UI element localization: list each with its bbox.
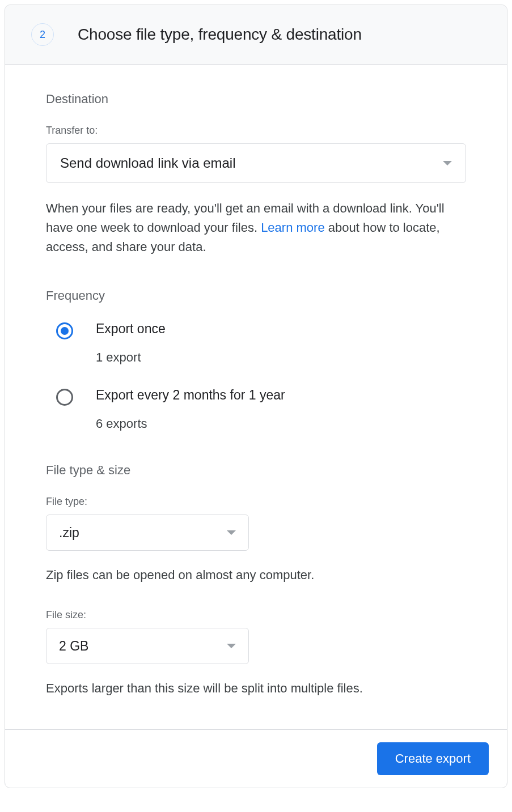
- card-title: Choose file type, frequency & destinatio…: [78, 25, 362, 44]
- radio-text-group: Export every 2 months for 1 year 6 expor…: [96, 388, 285, 431]
- caret-down-icon: [227, 644, 236, 648]
- radio-icon: [56, 389, 73, 406]
- card-header: 2 Choose file type, frequency & destinat…: [5, 5, 507, 65]
- radio-subtitle: 6 exports: [96, 416, 285, 431]
- file-size-select[interactable]: 2 GB: [46, 628, 249, 664]
- step-number-badge: 2: [31, 23, 54, 46]
- radio-text-group: Export once 1 export: [96, 321, 166, 365]
- destination-heading: Destination: [46, 92, 466, 107]
- card-footer: Create export: [5, 729, 507, 788]
- radio-dot-icon: [61, 327, 69, 335]
- frequency-option-export-once[interactable]: Export once 1 export: [46, 321, 466, 365]
- file-type-helper: Zip files can be opened on almost any co…: [46, 566, 466, 584]
- radio-icon: [56, 322, 73, 339]
- transfer-to-select[interactable]: Send download link via email: [46, 143, 466, 183]
- transfer-to-label: Transfer to:: [46, 125, 466, 137]
- file-size-helper: Exports larger than this size will be sp…: [46, 679, 466, 698]
- file-type-select[interactable]: .zip: [46, 515, 249, 551]
- step-card: 2 Choose file type, frequency & destinat…: [5, 5, 507, 788]
- frequency-option-export-scheduled[interactable]: Export every 2 months for 1 year 6 expor…: [46, 388, 466, 431]
- file-type-value: .zip: [59, 525, 79, 541]
- create-export-button[interactable]: Create export: [377, 742, 489, 775]
- file-type-label: File type:: [46, 496, 466, 508]
- learn-more-link[interactable]: Learn more: [261, 220, 325, 235]
- step-number: 2: [40, 29, 45, 41]
- frequency-heading: Frequency: [46, 288, 466, 303]
- frequency-section: Frequency Export once 1 export Export ev…: [46, 288, 466, 431]
- caret-down-icon: [227, 530, 236, 535]
- destination-section: Destination Transfer to: Send download l…: [46, 92, 466, 257]
- caret-down-icon: [443, 161, 452, 165]
- radio-title: Export once: [96, 321, 166, 337]
- file-size-block: File size: 2 GB Exports larger than this…: [46, 609, 466, 698]
- radio-title: Export every 2 months for 1 year: [96, 388, 285, 403]
- file-size-label: File size:: [46, 609, 466, 621]
- file-size-value: 2 GB: [59, 639, 88, 654]
- transfer-to-value: Send download link via email: [60, 155, 236, 171]
- destination-description: When your files are ready, you'll get an…: [46, 199, 466, 257]
- card-body: Destination Transfer to: Send download l…: [5, 65, 507, 729]
- file-type-size-section: File type & size File type: .zip Zip fil…: [46, 463, 466, 698]
- file-type-size-heading: File type & size: [46, 463, 466, 478]
- radio-subtitle: 1 export: [96, 350, 166, 365]
